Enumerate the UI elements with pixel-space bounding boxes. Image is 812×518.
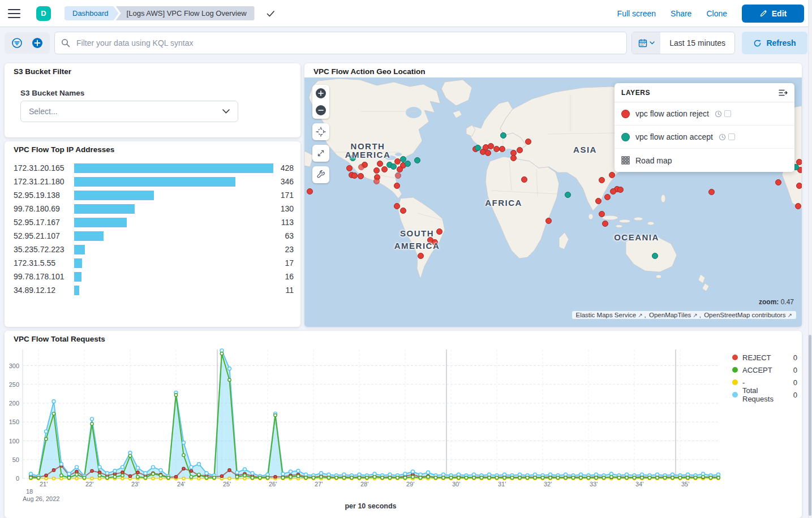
- map-dot-reject[interactable]: [358, 173, 364, 179]
- map-dot-accept[interactable]: [390, 163, 397, 170]
- map-dot-reject[interactable]: [394, 203, 400, 209]
- map-dot-reject[interactable]: [510, 155, 517, 161]
- time-range-value[interactable]: Last 15 minutes: [660, 32, 734, 54]
- ip-bar[interactable]: [74, 191, 154, 200]
- map-dot-reject[interactable]: [545, 218, 552, 224]
- ip-address-label: 99.78.178.101: [14, 272, 74, 281]
- svg-text:32': 32': [544, 481, 552, 487]
- map-dot-reject[interactable]: [394, 183, 400, 189]
- map-dot-reject[interactable]: [595, 198, 602, 204]
- map-expand-button[interactable]: [312, 145, 329, 162]
- attribution-link[interactable]: OpenMapTiles: [649, 312, 691, 318]
- map-dot-reject[interactable]: [488, 143, 494, 149]
- nav-link-clone[interactable]: Clone: [706, 9, 727, 18]
- map-dot-reject[interactable]: [599, 177, 605, 183]
- map-zoom-in-button[interactable]: [312, 85, 329, 102]
- ip-bar-track: [74, 245, 273, 254]
- ip-bar[interactable]: [74, 258, 82, 268]
- kql-search-input[interactable]: [54, 32, 627, 54]
- map-dot-reject[interactable]: [381, 166, 388, 172]
- map-dot-reject[interactable]: [617, 187, 624, 193]
- legend-item[interactable]: ACCEPT0: [732, 364, 797, 376]
- map-dot-reject[interactable]: [485, 150, 491, 156]
- add-filter-icon[interactable]: [30, 36, 45, 50]
- chart-legend: REJECT0ACCEPT0-0Total Requests0: [732, 351, 797, 401]
- map-dot-accept[interactable]: [652, 253, 658, 259]
- ip-bar[interactable]: [74, 272, 81, 282]
- svg-text:0: 0: [16, 475, 19, 482]
- map-layers-panel: LAYERS vpc flow action rejectvpc flow ac…: [615, 83, 794, 172]
- layer-color-swatch: [621, 133, 630, 141]
- legend-item[interactable]: Total Requests0: [732, 389, 797, 401]
- attribution-link[interactable]: Elastic Maps Service: [575, 312, 636, 318]
- map-dot-accept[interactable]: [475, 145, 481, 151]
- map-dot-accept[interactable]: [414, 157, 420, 163]
- legend-label: ACCEPT: [742, 366, 789, 374]
- calendar-dropdown-button[interactable]: [632, 32, 660, 54]
- ip-bar[interactable]: [74, 245, 85, 254]
- ip-bar[interactable]: [74, 231, 104, 241]
- menu-hamburger-icon[interactable]: [8, 9, 20, 18]
- ip-bar[interactable]: [74, 204, 135, 214]
- layer-checkbox[interactable]: [724, 110, 731, 117]
- map-dot-reject[interactable]: [436, 228, 442, 235]
- map-dot-reject[interactable]: [358, 164, 364, 170]
- map-layer-item[interactable]: vpc flow action reject: [615, 102, 794, 126]
- world-map[interactable]: NORTHAMERICASOUTHAMERICAAFRICAASIAOCEANI…: [304, 77, 802, 327]
- map-fit-data-button[interactable]: [312, 123, 329, 140]
- nav-link-full-screen[interactable]: Full screen: [617, 9, 656, 18]
- map-dot-accept[interactable]: [500, 132, 506, 139]
- ip-bar[interactable]: [74, 286, 79, 295]
- space-avatar[interactable]: D: [36, 6, 51, 21]
- page-scrollbar-thumb[interactable]: [809, 335, 811, 516]
- edit-button[interactable]: Edit: [742, 5, 804, 23]
- map-dot-reject[interactable]: [373, 178, 380, 184]
- map-dot-reject[interactable]: [499, 146, 505, 152]
- saved-query-icon[interactable]: [10, 36, 24, 50]
- ip-bar[interactable]: [74, 177, 235, 187]
- map-tools-wrench-button[interactable]: [312, 166, 329, 183]
- total-requests-chart[interactable]: 05010015020025030021'22'23'24'25'26'27'2…: [5, 331, 802, 518]
- map-layer-item[interactable]: Road map: [615, 149, 794, 172]
- map-dot-reject[interactable]: [395, 172, 401, 179]
- map-dot-reject[interactable]: [609, 172, 615, 178]
- collapse-layers-icon[interactable]: [779, 89, 788, 97]
- map-dot-reject[interactable]: [377, 161, 383, 167]
- breadcrumb-page-title[interactable]: [Logs AWS] VPC Flow Log Overview: [116, 6, 255, 20]
- map-dot-accept[interactable]: [405, 161, 411, 167]
- layer-checkbox[interactable]: [728, 133, 735, 140]
- nav-link-share[interactable]: Share: [671, 9, 691, 18]
- map-dot-reject[interactable]: [602, 221, 608, 227]
- ip-table-row: 99.78.178.10116: [14, 270, 294, 283]
- attribution-link[interactable]: OpenStreetMap contributors: [704, 312, 785, 318]
- map-dot-accept[interactable]: [565, 192, 571, 198]
- continent-label: ASIA: [573, 145, 597, 154]
- map-dot-reject[interactable]: [795, 203, 801, 209]
- map-dot-reject[interactable]: [599, 211, 605, 217]
- legend-item[interactable]: REJECT0: [732, 351, 797, 364]
- map-dot-reject[interactable]: [521, 176, 527, 183]
- map-dot-reject[interactable]: [604, 194, 611, 200]
- map-dot-reject[interactable]: [307, 188, 313, 195]
- continent-label: AMERICA: [394, 241, 440, 251]
- map-dot-reject[interactable]: [373, 167, 380, 174]
- map-dot-reject[interactable]: [351, 172, 358, 179]
- map-layer-item[interactable]: vpc flow action accept: [615, 126, 794, 149]
- map-dot-reject[interactable]: [796, 183, 802, 189]
- map-zoom-out-button[interactable]: [312, 102, 329, 119]
- map-dot-reject[interactable]: [346, 165, 353, 171]
- map-dot-reject[interactable]: [517, 147, 523, 153]
- map-dot-reject[interactable]: [397, 166, 403, 172]
- map-dot-reject[interactable]: [525, 139, 531, 145]
- map-dot-reject[interactable]: [708, 189, 715, 195]
- map-dot-reject[interactable]: [775, 179, 781, 185]
- map-dot-reject[interactable]: [493, 146, 500, 152]
- map-dot-reject[interactable]: [610, 188, 616, 195]
- refresh-button[interactable]: Refresh: [742, 32, 807, 54]
- ip-bar[interactable]: [74, 218, 127, 227]
- ip-bar[interactable]: [74, 163, 273, 173]
- map-dot-reject[interactable]: [418, 253, 424, 259]
- s3-bucket-select[interactable]: Select...: [20, 101, 238, 122]
- breadcrumb-dashboard[interactable]: Dashboard: [65, 6, 119, 20]
- map-dot-reject[interactable]: [400, 208, 406, 214]
